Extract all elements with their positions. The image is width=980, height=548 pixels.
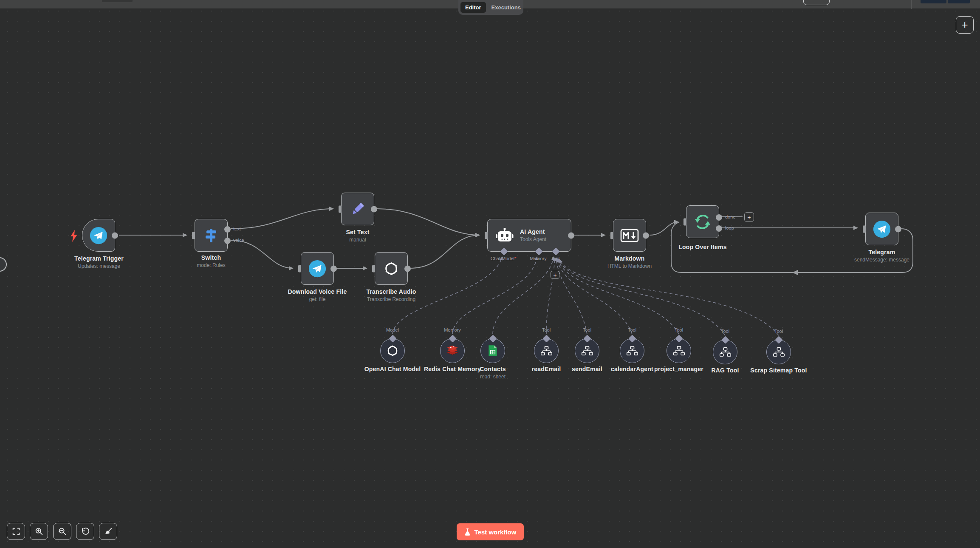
input-port[interactable]	[610, 232, 613, 239]
top-bar-chip-left[interactable]	[921, 0, 946, 3]
output-port[interactable]	[568, 232, 574, 239]
output-port-text[interactable]	[224, 226, 231, 233]
node-title: Loop Over Items	[678, 244, 726, 250]
node-subtitle: HTML to Markdown	[607, 263, 652, 269]
telegram-icon	[873, 220, 891, 238]
input-port[interactable]	[298, 265, 301, 272]
robot-icon	[495, 227, 514, 244]
node-project-manager[interactable]	[667, 338, 691, 363]
loop-icon	[694, 213, 712, 231]
zoom-in-button[interactable]	[30, 523, 48, 540]
input-port[interactable]	[683, 218, 686, 225]
node-title: readEmail	[532, 366, 561, 372]
port-label-tool-readEmail: Tool	[542, 327, 551, 332]
node-title: RAG Tool	[711, 367, 739, 374]
node-redis-chat-memory[interactable]	[440, 338, 465, 363]
output-label-voice: voice	[233, 238, 244, 243]
workflow-tool-icon	[773, 347, 785, 357]
output-port-voice[interactable]	[224, 238, 231, 244]
node-set-text[interactable]	[341, 193, 374, 225]
output-label-text: text	[233, 226, 241, 231]
port-label-tool-scrap-sitemap: Tool	[774, 329, 783, 334]
node-telegram-trigger[interactable]	[82, 219, 115, 252]
node-subtitle: Tools Agent	[520, 236, 546, 242]
output-port[interactable]	[404, 265, 411, 272]
add-node-button[interactable]: +	[956, 16, 974, 34]
output-port[interactable]	[643, 232, 649, 239]
add-tool-button[interactable]: +	[551, 271, 559, 279]
input-port[interactable]	[339, 205, 342, 213]
telegram-icon	[90, 227, 107, 244]
node-telegram-send[interactable]	[865, 213, 898, 245]
node-title: OpenAI Chat Model	[364, 366, 421, 372]
node-scrap-sitemap-tool[interactable]	[766, 340, 791, 364]
node-title: Download Voice File	[288, 288, 347, 295]
workflow-tool-icon	[582, 346, 593, 356]
node-title: Set Text	[346, 229, 369, 236]
tab-executions[interactable]: Executions	[487, 2, 525, 13]
port-label-tool: Tool	[551, 256, 559, 261]
output-port[interactable]	[371, 206, 377, 212]
node-subtitle: Transcribe Recording	[366, 296, 416, 302]
markdown-icon	[620, 229, 639, 242]
zoom-out-button[interactable]	[53, 523, 71, 540]
output-port[interactable]	[895, 226, 901, 232]
output-port-done[interactable]	[716, 214, 722, 221]
input-port[interactable]	[372, 265, 375, 272]
test-workflow-label: Test workflow	[474, 528, 517, 536]
workflow-tool-icon	[720, 347, 731, 357]
view-tabs: Editor Executions	[458, 0, 523, 15]
trigger-bolt-icon	[71, 230, 78, 242]
node-title: Markdown	[607, 255, 652, 262]
openai-icon	[385, 344, 400, 358]
port-label-chat-model: Chat Model*	[491, 256, 517, 261]
input-port[interactable]	[863, 225, 866, 233]
connection-lines	[0, 0, 980, 548]
node-ai-agent[interactable]: AI Agent Tools Agent	[487, 219, 571, 252]
node-title: Switch	[197, 254, 225, 261]
test-workflow-button[interactable]: Test workflow	[457, 523, 524, 540]
node-read-email[interactable]	[534, 338, 559, 363]
node-subtitle: read: sheet	[480, 374, 506, 380]
output-port[interactable]	[112, 232, 118, 239]
workflow-tool-icon	[673, 346, 685, 356]
node-contacts[interactable]	[480, 338, 505, 363]
node-rag-tool[interactable]	[713, 340, 737, 364]
node-calendar-agent[interactable]	[620, 338, 644, 363]
broom-icon	[104, 527, 113, 536]
undo-icon	[81, 527, 90, 536]
node-loop-over-items[interactable]	[686, 205, 719, 238]
port-label-tool-project-manager: Tool	[675, 327, 683, 332]
node-subtitle: manual	[346, 237, 369, 243]
top-bar-chip-right[interactable]	[948, 0, 970, 3]
flask-icon	[464, 528, 471, 536]
node-download-voice-file[interactable]	[301, 252, 334, 285]
port-label-memory: Memory	[530, 256, 547, 261]
node-subtitle: mode: Rules	[197, 262, 225, 268]
tidy-up-button[interactable]	[99, 523, 117, 540]
port-label-memory2: Memory	[444, 327, 461, 332]
node-title: Redis Chat Memory	[424, 366, 481, 372]
google-sheets-icon	[488, 344, 498, 357]
node-openai-chat-model[interactable]	[380, 338, 405, 363]
input-port[interactable]	[485, 232, 488, 239]
node-markdown[interactable]	[613, 219, 646, 252]
add-done-node-button[interactable]: +	[744, 212, 754, 222]
output-port-loop[interactable]	[716, 225, 722, 232]
undo-button[interactable]	[76, 523, 94, 540]
node-title: AI Agent	[520, 228, 546, 235]
output-label-loop: loop	[725, 225, 734, 230]
node-subtitle: get: file	[288, 296, 347, 302]
zoom-to-fit-button[interactable]	[7, 523, 25, 540]
fit-view-icon	[11, 527, 21, 536]
input-port[interactable]	[192, 232, 195, 239]
output-port[interactable]	[330, 265, 337, 272]
node-send-email[interactable]	[575, 338, 599, 363]
tab-editor[interactable]: Editor	[460, 2, 486, 13]
workflow-tool-icon	[627, 346, 638, 356]
port-label-tool-rag: Tool	[721, 329, 729, 334]
top-bar-partial-button[interactable]	[803, 0, 830, 5]
node-title: Transcribe Audio	[366, 288, 416, 295]
node-switch[interactable]	[195, 219, 228, 252]
node-transcribe-audio[interactable]	[375, 252, 408, 285]
